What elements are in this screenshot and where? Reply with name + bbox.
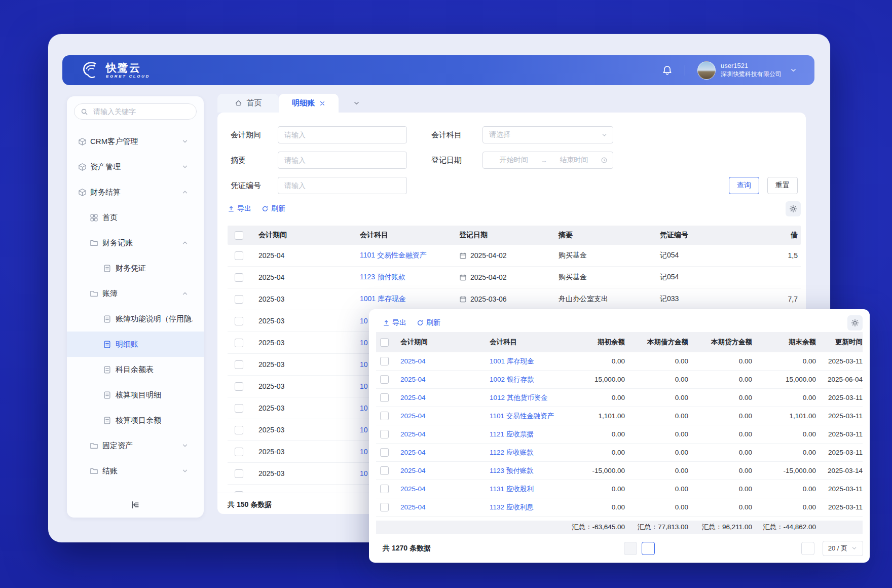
- search-button[interactable]: 查询: [729, 177, 759, 194]
- account-link[interactable]: 1101 交易性金融资产: [351, 251, 451, 260]
- column-settings-button[interactable]: [786, 201, 801, 216]
- row-checkbox[interactable]: [380, 375, 389, 384]
- row-checkbox[interactable]: [380, 485, 389, 493]
- sidebar-item-books-help[interactable]: 账簿功能说明（停用隐...: [67, 306, 204, 332]
- account-link[interactable]: 1131 应收股利: [481, 485, 562, 494]
- row-checkbox[interactable]: [235, 382, 243, 391]
- row-checkbox[interactable]: [235, 404, 243, 413]
- sidebar-item-voucher[interactable]: 财务凭证: [67, 255, 204, 281]
- refresh-button[interactable]: 刷新: [262, 204, 285, 213]
- sidebar-item-home[interactable]: 首页: [67, 205, 204, 230]
- row-checkbox[interactable]: [380, 393, 389, 402]
- table-row[interactable]: 2025-04 1123 预付账款 2025-04-02 购买基金 记054: [228, 267, 801, 288]
- account-link[interactable]: 1002 银行存款: [481, 375, 562, 384]
- user-avatar[interactable]: [697, 61, 716, 80]
- table-row[interactable]: 2025-04 1132 应收利息 0.00 0.00 0.00 0.00 20…: [376, 498, 863, 517]
- row-checkbox[interactable]: [380, 503, 389, 511]
- row-checkbox[interactable]: [380, 357, 389, 365]
- page-button[interactable]: [766, 542, 779, 555]
- row-checkbox[interactable]: [235, 317, 243, 325]
- export-button[interactable]: 导出: [228, 204, 251, 213]
- chevron-down-icon[interactable]: [790, 66, 797, 74]
- page-button[interactable]: [659, 542, 673, 555]
- page-button[interactable]: [624, 542, 637, 555]
- row-checkbox[interactable]: [235, 448, 243, 456]
- tab-list-chevron-icon[interactable]: [353, 99, 360, 107]
- table-row[interactable]: 2025-04 1002 银行存款 15,000.00 0.00 0.00 15…: [376, 371, 863, 389]
- sidebar-item-closing[interactable]: 结账: [67, 458, 204, 484]
- sidebar-item-accounting-item-balance[interactable]: 核算项目余额: [67, 408, 204, 433]
- sidebar-item-finance[interactable]: 财务结算: [67, 179, 204, 205]
- row-checkbox[interactable]: [235, 360, 243, 369]
- table-row[interactable]: 2025-04 1121 应收票据 0.00 0.00 0.00 0.00 20…: [376, 425, 863, 444]
- row-checkbox[interactable]: [235, 426, 243, 434]
- sidebar-item-accounting-item-detail[interactable]: 核算项目明细: [67, 382, 204, 408]
- account-link[interactable]: 1123 预付账款: [481, 466, 562, 475]
- page-button[interactable]: [801, 542, 814, 555]
- period-link[interactable]: 2025-04: [395, 412, 481, 420]
- page-button[interactable]: [642, 542, 655, 555]
- sidebar-item-assets[interactable]: 资产管理: [67, 154, 204, 179]
- table-row[interactable]: 2025-04 1012 其他货币资金 0.00 0.00 0.00 0.00 …: [376, 389, 863, 407]
- period-link[interactable]: 2025-04: [395, 394, 481, 401]
- account-link[interactable]: 1001 库存现金: [351, 295, 451, 304]
- row-checkbox[interactable]: [380, 430, 389, 438]
- row-checkbox[interactable]: [380, 466, 389, 475]
- page-button[interactable]: [784, 542, 797, 555]
- column-settings-button[interactable]: [847, 315, 863, 330]
- account-link[interactable]: 1132 应收利息: [481, 503, 562, 512]
- summary-input[interactable]: [278, 152, 407, 169]
- page-button[interactable]: [748, 542, 761, 555]
- table-row[interactable]: 2025-04 1001 库存现金 0.00 0.00 0.00 0.00 20…: [376, 352, 863, 371]
- account-link[interactable]: 1123 预付账款: [351, 273, 451, 282]
- voucher-input[interactable]: [278, 177, 407, 194]
- sidebar-item-bookkeeping[interactable]: 财务记账: [67, 230, 204, 255]
- table-row[interactable]: 2025-04 1122 应收账款 0.00 0.00 0.00 0.00 20…: [376, 444, 863, 462]
- reset-button[interactable]: 重置: [767, 177, 798, 194]
- row-checkbox[interactable]: [235, 339, 243, 347]
- refresh-button[interactable]: 刷新: [417, 318, 440, 327]
- table-row[interactable]: 2025-04 1101 交易性金融资产 1,101.00 0.00 0.00 …: [376, 407, 863, 425]
- tab-detail-ledger[interactable]: 明细账: [279, 94, 339, 113]
- period-link[interactable]: 2025-04: [395, 485, 481, 493]
- period-link[interactable]: 2025-04: [395, 449, 481, 456]
- tab-home[interactable]: 首页: [217, 94, 279, 113]
- account-link[interactable]: 1122 应收账款: [481, 448, 562, 457]
- period-link[interactable]: 2025-04: [395, 357, 481, 365]
- page-button[interactable]: [677, 542, 690, 555]
- row-checkbox[interactable]: [235, 491, 243, 493]
- date-range-picker[interactable]: 开始时间 → 结束时间: [482, 152, 613, 169]
- table-row[interactable]: 2025-04 1123 预付账款 -15,000.00 0.00 0.00 -…: [376, 462, 863, 480]
- period-link[interactable]: 2025-04: [395, 467, 481, 474]
- page-button[interactable]: [695, 542, 708, 555]
- sidebar-item-detail-ledger[interactable]: 明细账: [67, 332, 204, 357]
- table-row[interactable]: 2025-04 1131 应收股利 0.00 0.00 0.00 0.00 20…: [376, 480, 863, 498]
- row-checkbox[interactable]: [235, 469, 243, 478]
- sidebar-item-subject-balance[interactable]: 科目余额表: [67, 357, 204, 382]
- sidebar-collapse-button[interactable]: [67, 500, 204, 509]
- period-link[interactable]: 2025-04: [395, 376, 481, 383]
- table-row[interactable]: 2025-04 1101 交易性金融资产 2025-04-02 购买基金 记05…: [228, 245, 801, 267]
- sidebar-search[interactable]: [74, 103, 197, 120]
- period-link[interactable]: 2025-04: [395, 503, 481, 511]
- table-row[interactable]: [376, 517, 863, 521]
- row-checkbox[interactable]: [235, 295, 243, 304]
- user-info[interactable]: user1521 深圳快鹭科技有限公司: [721, 62, 782, 78]
- period-input[interactable]: [278, 126, 407, 143]
- row-checkbox[interactable]: [235, 251, 243, 260]
- subject-select[interactable]: 请选择: [482, 126, 613, 143]
- select-all-checkbox[interactable]: [380, 338, 389, 347]
- row-checkbox[interactable]: [380, 448, 389, 457]
- close-icon[interactable]: [319, 100, 325, 106]
- account-link[interactable]: 1101 交易性金融资产: [481, 412, 562, 421]
- period-link[interactable]: 2025-04: [395, 430, 481, 438]
- export-button[interactable]: 导出: [383, 318, 406, 327]
- search-input[interactable]: [92, 107, 185, 116]
- page-button[interactable]: [730, 542, 744, 555]
- sidebar-item-crm[interactable]: CRM客户管理: [67, 129, 204, 154]
- table-row[interactable]: 2025-03 1001 库存现金 2025-03-06 舟山办公室支出 记03…: [228, 288, 801, 310]
- account-link[interactable]: 1012 其他货币资金: [481, 393, 562, 402]
- account-link[interactable]: 1121 应收票据: [481, 430, 562, 439]
- row-checkbox[interactable]: [235, 273, 243, 282]
- notification-bell-icon[interactable]: [662, 65, 673, 76]
